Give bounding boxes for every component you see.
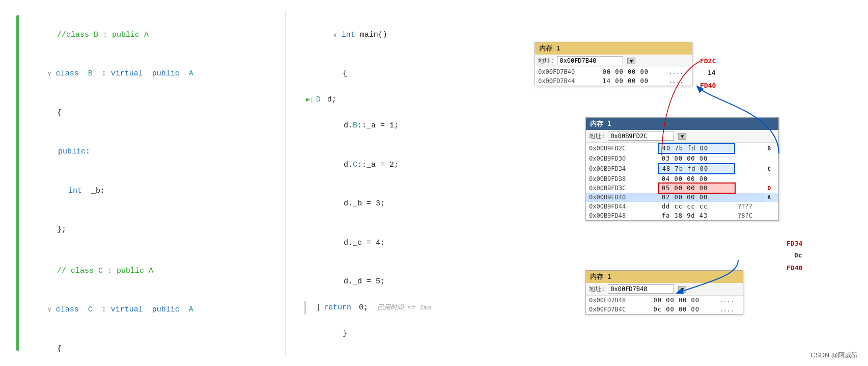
table-row: 0x00FD7B48 00 00 00 00 .... [586, 296, 743, 305]
hex-cell: 05 00 00 00 [659, 184, 735, 193]
ascii-cell: .... [665, 67, 692, 76]
ascii-cell [735, 153, 764, 164]
green-bar [16, 15, 19, 351]
watermark: CSDN @阿威昂 [810, 351, 858, 360]
memory-table-2: 0x00B9FD2C 40 7b fd 00 B 0x00B9FD30 03 0… [586, 143, 778, 220]
code-line: d._c = 4; [296, 223, 509, 263]
addr-label: 地址: [589, 285, 605, 294]
addr-cell: 0x00B9FD38 [586, 174, 659, 184]
hex-cell: 00 00 00 00 [600, 67, 666, 76]
ascii-cell: ???? [735, 202, 764, 211]
ascii-cell [735, 174, 764, 184]
addr-input-2[interactable] [608, 132, 674, 141]
ascii-cell [735, 193, 764, 202]
addr-cell: 0x00B9FD3C [586, 184, 659, 193]
addr-cell: 0x00B9FD48 [586, 211, 659, 220]
table-row: 0x00B9FD48 fa 38 9d 43 ?8?C [586, 211, 778, 220]
cell-label-b: B [764, 143, 778, 153]
addr-cell: 0x00B9FD34 [586, 164, 659, 174]
memory-title-1: 内存 1 [535, 42, 692, 55]
table-row: 0x00B9FD34 48 7b fd 00 C [586, 164, 778, 174]
code-line: int _b; [10, 171, 275, 211]
code-line: d.C::_a = 2; [296, 145, 509, 185]
code-line: ∨ class B : virtual public A [10, 55, 275, 94]
left-code-panel: //class B : public A ∨ class B : virtual… [0, 10, 285, 356]
addr-cell: 0x00FD7B48 [586, 296, 651, 305]
ascii-cell [735, 143, 764, 153]
code-line: //class B : public A [10, 15, 275, 55]
memory-addr-bar-1: 地址: ▼ [535, 55, 692, 67]
table-row: 0x00B9FD38 04 00 00 00 [586, 174, 778, 184]
annotation-fd40-top: FD40 [700, 82, 716, 89]
table-row: 0x00FD7B4C 0c 00 00 00 .... [586, 305, 743, 314]
code-line: d.B::_a = 1; [296, 107, 509, 146]
memory-title-2: 内存 1 [586, 118, 778, 130]
addr-cell: 0x00FD7B4C [586, 305, 651, 314]
addr-cell: 0x00FD7B40 [535, 67, 600, 76]
cell-label-d: D [764, 184, 778, 193]
code-line: }; [10, 211, 275, 250]
hex-cell: 48 7b fd 00 [659, 164, 735, 174]
memory-panels: 内存 1 地址: ▼ 0x00FD7B40 00 00 00 00 .... 0… [519, 10, 868, 356]
table-row: 0x00B9FD40 02 00 00 00 A [586, 193, 778, 202]
table-row: 0x00B9FD2C 40 7b fd 00 B [586, 143, 778, 153]
comment: //class B : public A [48, 31, 149, 39]
hex-cell: 0c 00 00 00 [651, 305, 717, 314]
debug-line: ▶| D d; [296, 93, 509, 107]
dropdown-arrow[interactable]: ▼ [627, 58, 635, 64]
addr-label: 地址: [589, 132, 605, 141]
dropdown-arrow[interactable]: ▼ [678, 286, 686, 293]
table-row: 0x00FD7B40 00 00 00 00 .... [535, 67, 692, 76]
memory-title-3: 内存 1 [586, 271, 743, 283]
memory-window-3: 内存 1 地址: ▼ 0x00FD7B48 00 00 00 00 .... 0… [585, 270, 743, 315]
hex-cell: 04 00 00 00 [659, 174, 735, 184]
ascii-cell: ?8?C [735, 211, 764, 220]
annotation-14: 14 [708, 69, 716, 76]
code-line: { [296, 55, 509, 94]
dropdown-arrow[interactable]: ▼ [678, 133, 686, 140]
code-line: d._b = 3; [296, 185, 509, 224]
code-line: { [10, 93, 275, 133]
ascii-cell: .... [665, 76, 692, 86]
middle-code-panel: ∨ int main() { ▶| D d; d.B::_a = 1; d.C:… [285, 10, 519, 356]
memory-table-1: 0x00FD7B40 00 00 00 00 .... 0x00FD7B44 1… [535, 67, 692, 86]
annotation-0c: 0c [794, 251, 802, 259]
annotation-fd40-bottom: FD40 [787, 264, 802, 272]
table-row: 0x00B9FD44 dd cc cc cc ???? [586, 202, 778, 211]
ascii-cell [735, 164, 764, 174]
table-row: 0x00B9FD30 03 00 00 00 [586, 153, 778, 164]
addr-cell: 0x00FD7B44 [535, 76, 600, 86]
memory-table-3: 0x00FD7B48 00 00 00 00 .... 0x00FD7B4C 0… [586, 296, 743, 314]
memory-window-1: 内存 1 地址: ▼ 0x00FD7B40 00 00 00 00 .... 0… [535, 42, 692, 86]
addr-cell: 0x00B9FD40 [586, 193, 659, 202]
hex-cell: 14 00 00 00 [600, 76, 666, 86]
hex-cell: 40 7b fd 00 [659, 143, 735, 153]
cell-label-c: C [764, 164, 778, 174]
cell-label-a: A [764, 193, 778, 202]
memory-addr-bar-3: 地址: ▼ [586, 283, 743, 296]
ascii-cell: .... [716, 305, 743, 314]
code-line: d._d = 5; [296, 263, 509, 302]
code-line: ∨ int main() [296, 15, 509, 55]
ascii-cell: .... [716, 296, 743, 305]
return-line: | return 0; 已用时间 <= 1ms [304, 301, 509, 315]
table-row: 0x00FD7B44 14 00 00 00 .... [535, 76, 692, 86]
hex-cell: 03 00 00 00 [659, 153, 735, 164]
addr-cell: 0x00B9FD44 [586, 202, 659, 211]
addr-cell: 0x00B9FD30 [586, 153, 659, 164]
code-line: } [296, 315, 509, 354]
hex-cell: 02 00 00 00 [659, 193, 735, 202]
memory-window-2: 内存 1 地址: ▼ 0x00B9FD2C 40 7b fd 00 B 0x00… [585, 117, 779, 221]
code-line: ∨ class C : virtual public A [10, 291, 275, 330]
memory-addr-bar-2: 地址: ▼ [586, 130, 778, 143]
code-line: // class C : public A [10, 251, 275, 291]
ascii-cell [735, 184, 764, 193]
hex-cell: dd cc cc cc [659, 202, 735, 211]
addr-cell: 0x00B9FD2C [586, 143, 659, 153]
hex-cell: fa 38 9d 43 [659, 211, 735, 220]
addr-input-3[interactable] [608, 284, 674, 294]
addr-input-1[interactable] [557, 56, 623, 65]
code-line: public: [10, 133, 275, 172]
table-row: 0x00B9FD3C 05 00 00 00 D [586, 184, 778, 193]
annotation-fd34: FD34 [787, 240, 802, 247]
